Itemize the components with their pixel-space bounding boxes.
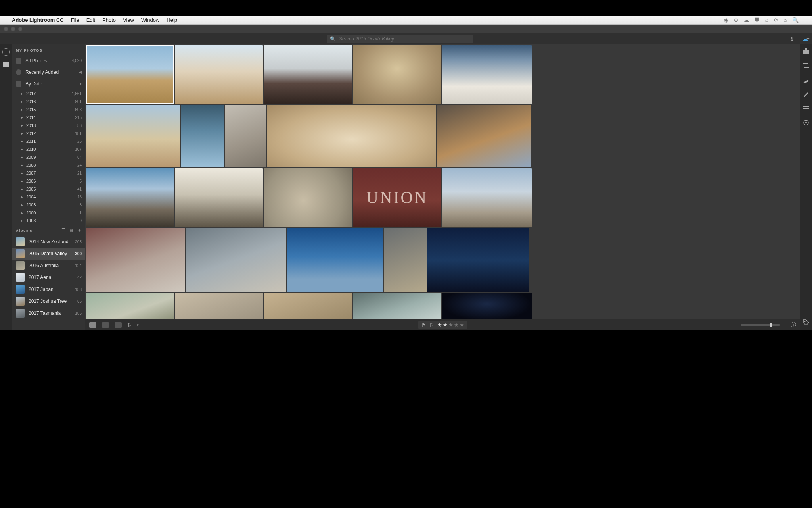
photo-thumbnail[interactable]: [353, 45, 441, 104]
star-1[interactable]: ★: [437, 322, 442, 328]
sort-direction-icon[interactable]: ▾: [137, 323, 139, 327]
year-row[interactable]: ▶201125: [12, 137, 85, 145]
photo-thumbnail[interactable]: [86, 45, 174, 104]
album-row[interactable]: 2014 New Zealand205: [12, 236, 85, 248]
minimize-window-button[interactable]: [11, 27, 15, 31]
tray-icon[interactable]: ◉: [724, 17, 728, 23]
detail-view-button[interactable]: [115, 322, 122, 328]
photo-thumbnail[interactable]: [86, 228, 185, 292]
thumbnail-size-slider[interactable]: [741, 324, 780, 326]
tray-dropbox-icon[interactable]: ⌂: [765, 17, 768, 23]
photo-thumbnail[interactable]: [264, 293, 352, 319]
tray-icon[interactable]: ☁: [744, 17, 749, 23]
tray-icon[interactable]: ⛊: [755, 17, 760, 23]
photo-thumbnail[interactable]: [384, 228, 427, 292]
share-icon[interactable]: ⇪: [790, 36, 795, 42]
album-row[interactable]: 2017 Tasmania185: [12, 307, 85, 319]
my-photos-rail-icon[interactable]: [3, 62, 9, 67]
info-icon[interactable]: ⓘ: [791, 321, 796, 329]
menu-window[interactable]: Window: [141, 17, 159, 23]
square-grid-view-button[interactable]: [102, 322, 109, 328]
year-row[interactable]: ▶200541: [12, 185, 85, 193]
year-row[interactable]: ▶200964: [12, 153, 85, 161]
all-photos-row[interactable]: All Photos 4,020: [12, 55, 85, 66]
album-row[interactable]: 2017 Aerial42: [12, 271, 85, 283]
photo-thumbnail[interactable]: [442, 168, 532, 227]
year-row[interactable]: ▶2016891: [12, 98, 85, 106]
add-photos-button[interactable]: +: [2, 48, 10, 56]
radial-gradient-icon[interactable]: [802, 119, 810, 126]
tray-icon[interactable]: ⊙: [734, 17, 738, 23]
menu-help[interactable]: Help: [167, 17, 177, 23]
keywords-icon[interactable]: [802, 319, 810, 326]
tray-menu-icon[interactable]: ≡: [804, 17, 807, 23]
crop-icon[interactable]: [802, 62, 810, 69]
year-row[interactable]: ▶20065: [12, 177, 85, 185]
year-row[interactable]: ▶19989: [12, 217, 85, 225]
photo-thumbnail[interactable]: [353, 293, 441, 319]
photo-thumbnail[interactable]: [186, 228, 286, 292]
menu-view[interactable]: View: [123, 17, 134, 23]
photo-thumbnail[interactable]: [86, 105, 180, 167]
year-row[interactable]: ▶200824: [12, 161, 85, 169]
photo-thumbnail[interactable]: UNION: [353, 168, 441, 227]
sort-icon[interactable]: ⇅: [127, 322, 131, 328]
photo-thumbnail[interactable]: [287, 228, 383, 292]
zoom-window-button[interactable]: [18, 27, 22, 31]
year-row[interactable]: ▶200418: [12, 193, 85, 201]
close-window-button[interactable]: [4, 27, 8, 31]
photo-thumbnail[interactable]: [175, 293, 263, 319]
year-row[interactable]: ▶201356: [12, 121, 85, 129]
photo-thumbnail[interactable]: [427, 228, 529, 292]
star-3[interactable]: ★: [448, 322, 453, 328]
grid-view-button[interactable]: [89, 322, 96, 328]
year-row[interactable]: ▶20001: [12, 209, 85, 217]
album-row[interactable]: 2017 Joshua Tree65: [12, 295, 85, 307]
flag-reject-icon[interactable]: ⚐: [429, 322, 435, 328]
year-row[interactable]: ▶20033: [12, 201, 85, 209]
photo-thumbnail[interactable]: [181, 105, 224, 167]
star-4[interactable]: ★: [454, 322, 459, 328]
photo-thumbnail[interactable]: [175, 168, 263, 227]
brush-icon[interactable]: [802, 90, 810, 98]
app-name[interactable]: Adobe Lightroom CC: [12, 17, 64, 23]
photo-thumbnail[interactable]: [264, 168, 352, 227]
album-row[interactable]: 2017 Japan153: [12, 283, 85, 295]
cloud-sync-icon[interactable]: ☁: [802, 36, 808, 42]
year-row[interactable]: ▶2015698: [12, 106, 85, 114]
edit-panel-icon[interactable]: [802, 48, 810, 55]
year-row[interactable]: ▶2010107: [12, 145, 85, 153]
albums-list-view-icon[interactable]: ☰: [61, 227, 65, 233]
photo-thumbnail[interactable]: [86, 293, 174, 319]
photo-thumbnail[interactable]: [225, 105, 266, 167]
tray-icon[interactable]: ⌂: [784, 17, 787, 23]
year-row[interactable]: ▶200721: [12, 169, 85, 177]
year-row[interactable]: ▶2014215: [12, 114, 85, 121]
menu-edit[interactable]: Edit: [86, 17, 95, 23]
albums-grid-view-icon[interactable]: ▦: [69, 227, 73, 233]
photo-thumbnail[interactable]: [442, 293, 532, 319]
photo-thumbnail[interactable]: [442, 45, 532, 104]
photo-thumbnail[interactable]: [175, 45, 263, 104]
album-row[interactable]: 2015 Death Valley300: [12, 248, 85, 260]
search-input[interactable]: [339, 36, 470, 42]
star-5[interactable]: ★: [460, 322, 464, 328]
star-2[interactable]: ★: [443, 322, 448, 328]
healing-brush-icon[interactable]: [802, 76, 810, 83]
tray-spotlight-icon[interactable]: 🔍: [792, 17, 799, 23]
tray-icon[interactable]: ⟳: [774, 17, 778, 23]
year-row[interactable]: ▶2012181: [12, 129, 85, 137]
menu-file[interactable]: File: [71, 17, 79, 23]
photo-grid[interactable]: UNION: [85, 44, 800, 319]
add-album-icon[interactable]: ＋: [77, 227, 82, 233]
recently-added-row[interactable]: Recently Added ◀: [12, 66, 85, 78]
album-row[interactable]: 2016 Australia124: [12, 260, 85, 271]
menu-photo[interactable]: Photo: [102, 17, 116, 23]
photo-thumbnail[interactable]: [267, 105, 436, 167]
linear-gradient-icon[interactable]: [802, 105, 810, 112]
search-field[interactable]: 🔍: [327, 35, 473, 43]
flag-pick-icon[interactable]: ⚑: [421, 322, 427, 328]
year-row[interactable]: ▶20171,661: [12, 90, 85, 98]
photo-thumbnail[interactable]: [264, 45, 352, 104]
photo-thumbnail[interactable]: [86, 168, 174, 227]
